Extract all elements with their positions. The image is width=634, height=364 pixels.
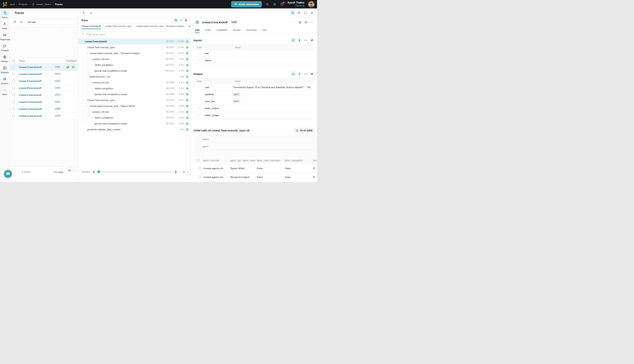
row-checkbox[interactable] <box>12 108 15 110</box>
call-tree-row[interactable]: crewai.Agent.execute_task - 'Report Writ… <box>78 103 190 109</box>
next-page-chevron[interactable]: › <box>36 170 39 174</box>
rows-expand-icon[interactable] <box>297 72 302 76</box>
timeline-slider[interactable] <box>97 171 173 172</box>
tree-view-icon[interactable] <box>173 18 178 23</box>
tab-call[interactable]: Call <box>195 27 200 33</box>
trace-name-link[interactable]: crewai.Flow.kickoff <box>19 92 41 98</box>
call-tree-row[interactable]: crewai.Agent.execute_task - 'Research An… <box>78 50 190 56</box>
sidebar-item-more[interactable]: More <box>1 87 9 96</box>
trace-name-link[interactable]: crewai.Flow.kickoff <box>19 85 41 92</box>
timeline-next-chevron[interactable]: ❯ <box>174 170 178 173</box>
timeline-prev-chevron[interactable]: ❮ <box>92 170 96 173</box>
sidebar-item-prompts[interactable]: Prompts <box>1 43 9 52</box>
select-all-checkbox[interactable] <box>197 159 199 162</box>
chevron-down-icon[interactable] <box>81 40 85 43</box>
column-header-allow_code_execution[interactable]: allow_code_execution <box>257 157 283 164</box>
ops-filter-select[interactable]: All Ops <box>26 19 77 25</box>
support-chat-button[interactable] <box>4 170 12 178</box>
timeline-slider-knob[interactable] <box>97 170 100 173</box>
trace-name-link[interactable]: crewai.Crew.kickoff <box>19 112 42 119</box>
code-icon[interactable] <box>303 72 308 76</box>
call-tree-row[interactable]: crewai.LLM.call$0.00035.85s <box>78 109 190 115</box>
chevron-right-icon[interactable] <box>198 107 201 110</box>
chevron-down-icon[interactable] <box>86 52 90 54</box>
trace-name-link[interactable]: crewai.Crew.kickoff <box>19 71 42 78</box>
call-tree-row[interactable]: guardrail-validate_blog_content0ms <box>78 126 190 132</box>
comment-icon[interactable] <box>72 66 75 69</box>
select-all-checkbox[interactable] <box>12 60 15 62</box>
trace-name-link[interactable]: crewai.Crew.kickoff <box>19 98 42 106</box>
chevron-down-icon[interactable] <box>84 46 87 48</box>
expand-icon[interactable] <box>303 10 308 16</box>
bell-icon[interactable] <box>273 2 276 6</box>
row-checkbox[interactable] <box>12 94 15 96</box>
prev-page-chevron[interactable]: ‹ <box>13 170 16 174</box>
row-checkbox[interactable] <box>12 66 15 68</box>
dots-icon[interactable] <box>309 20 314 24</box>
comment-icon[interactable] <box>303 20 308 24</box>
chevron-right-icon[interactable] <box>198 59 201 62</box>
table-row[interactable]: crewai.Crew.kickoffe058 <box>10 106 78 112</box>
chevron-right-icon[interactable] <box>198 52 201 54</box>
chevron-down-icon[interactable] <box>86 105 90 107</box>
code-icon[interactable] <box>303 38 308 43</box>
child-call-row[interactable]: <crewai.agents.cre...'Report Writer'Fals… <box>194 164 317 173</box>
chevron-down-icon[interactable] <box>92 64 95 66</box>
sidebar-item-scorers[interactable]: Scorers <box>1 76 9 84</box>
chevron-down-icon[interactable] <box>89 81 92 84</box>
breadcrumb-entity[interactable]: ayut <box>10 3 15 6</box>
row-checkbox[interactable] <box>12 114 15 117</box>
row-checkbox[interactable] <box>12 100 15 103</box>
refresh-icon[interactable] <box>13 20 17 24</box>
op-filter-input[interactable] <box>87 33 186 36</box>
eye-off-icon[interactable] <box>309 72 314 76</box>
call-tree-row[interactable]: SerperDevTool._run1.66s <box>78 74 190 80</box>
trace-crumb-tab[interactable]: crewai.LLM.call <box>189 23 190 29</box>
wandb-logo-icon[interactable] <box>3 2 7 7</box>
code-icon[interactable] <box>178 18 183 23</box>
list-icon[interactable] <box>291 38 296 43</box>
help-icon[interactable] <box>280 2 284 6</box>
breadcrumb-project[interactable]: crewai_demo <box>36 3 51 6</box>
trace-name-link[interactable]: crewai.Crew.kickoff <box>19 106 42 112</box>
search-icon[interactable] <box>265 2 269 6</box>
flame-view-icon[interactable] <box>184 18 188 23</box>
sidebar-item-evals[interactable]: Evals <box>1 21 9 30</box>
call-tree-row[interactable]: litellm.completion<$0.00012.82s <box>78 62 190 68</box>
row-checkbox[interactable] <box>198 167 201 170</box>
row-checkbox[interactable] <box>198 176 201 178</box>
trace-name-link[interactable]: crewai.Flow.kickoff <box>19 78 41 84</box>
row-checkbox[interactable] <box>12 80 15 82</box>
row-checkbox[interactable] <box>12 87 15 89</box>
emoji-plus-icon[interactable] <box>297 20 302 24</box>
table-row[interactable]: crewai.Crew.kickoffa17d <box>10 112 78 120</box>
tab-code[interactable]: Code <box>205 27 211 33</box>
column-header-trace[interactable]: Trace <box>19 60 25 62</box>
call-tree-row[interactable]: openai.chat.completions.create$0.00035.8… <box>78 120 190 126</box>
go-to-table-button[interactable]: Go to table <box>294 128 314 133</box>
breadcrumb-projects[interactable]: Projects <box>19 3 28 6</box>
table-row[interactable]: crewai.Crew.kickoff9d89 <box>10 64 78 71</box>
sidebar-item-playground[interactable]: Playground <box>0 32 10 40</box>
tab-feedback[interactable]: Feedback <box>216 27 227 33</box>
call-tree-row[interactable]: crewai.Crew.kickoff$0.001019.83s <box>78 38 190 44</box>
table-row[interactable]: crewai.Flow.kickoffeab1 <box>10 78 78 85</box>
collapse-timeline-button[interactable] <box>185 169 190 175</box>
list-icon[interactable] <box>291 72 296 76</box>
trace-crumb-tab[interactable]: crewai.Agent.execute_task - 'Research An… <box>136 23 184 29</box>
sidebar-item-datasets[interactable]: Datasets <box>1 65 9 74</box>
column-header-agent_executor[interactable]: agent_executor <box>203 157 228 164</box>
invite-teammates-button[interactable]: Invite teammates <box>231 1 262 7</box>
table-row[interactable]: crewai.Crew.kickoff657f <box>10 71 78 78</box>
column-header-feedback[interactable]: Feedback <box>66 60 77 62</box>
column-header-allow_delegation[interactable]: allow_delegation <box>285 157 311 164</box>
call-tree-row[interactable]: litellm.completion$0.00069.40s <box>78 86 190 91</box>
call-tree-row[interactable]: crewai.LLM.call<$0.00012.82s <box>78 56 190 62</box>
sidebar-item-traces[interactable]: Traces <box>1 10 9 18</box>
columns-icon[interactable] <box>19 20 23 24</box>
arrow-up-icon[interactable] <box>82 10 86 16</box>
call-tree-row[interactable]: crewai.Task.execute_sync$0.000713.92s <box>78 44 190 50</box>
chevron-right-icon[interactable] <box>198 114 201 116</box>
tab-use[interactable]: Use <box>262 27 266 33</box>
user-menu[interactable]: Ayush Thakur Personal <box>287 1 304 7</box>
